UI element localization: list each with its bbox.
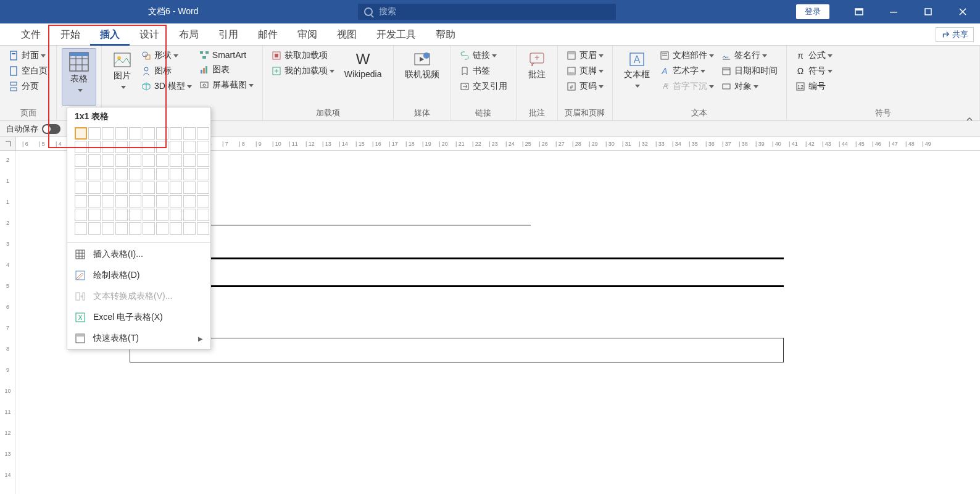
table-grid-cell[interactable]: [197, 141, 209, 153]
table-grid-cell[interactable]: [170, 127, 182, 140]
table-grid-cell[interactable]: [197, 222, 209, 235]
table-grid-cell[interactable]: [170, 195, 182, 207]
table-grid-cell[interactable]: [88, 209, 101, 221]
table-grid-cell[interactable]: [129, 222, 141, 235]
table-grid-cell[interactable]: [88, 141, 101, 153]
share-button[interactable]: 共享: [936, 27, 974, 42]
draw-table-item[interactable]: 绘制表格(D): [67, 265, 210, 286]
table-grid-cell[interactable]: [102, 209, 114, 221]
table-grid-cell[interactable]: [183, 127, 196, 140]
comment-button[interactable]: + 批注: [521, 48, 552, 106]
table-grid-cell[interactable]: [170, 141, 182, 153]
table-grid-cell[interactable]: [183, 195, 196, 207]
table-grid-cell[interactable]: [88, 127, 101, 140]
table-grid-cell[interactable]: [75, 182, 87, 194]
table-grid-cell[interactable]: [75, 195, 87, 207]
table-grid-cell[interactable]: [88, 222, 101, 235]
cover-page-button[interactable]: 封面: [5, 48, 51, 63]
table-grid-cell[interactable]: [156, 127, 168, 140]
tab-references[interactable]: 引用: [209, 23, 248, 46]
tab-home[interactable]: 开始: [51, 23, 90, 46]
header-button[interactable]: 页眉: [563, 48, 607, 63]
vertical-ruler[interactable]: 211234567891011121314: [0, 151, 16, 494]
ruler-corner[interactable]: [0, 137, 16, 150]
table-button[interactable]: 表格: [62, 48, 96, 106]
table-grid-cell[interactable]: [143, 168, 155, 180]
datetime-button[interactable]: 日期和时间: [718, 64, 781, 78]
table-grid-cell[interactable]: [102, 154, 114, 167]
table-grid-cell[interactable]: [115, 209, 128, 221]
close-button[interactable]: [945, 0, 980, 23]
online-video-button[interactable]: 联机视频: [399, 48, 446, 106]
pictures-button[interactable]: 图片: [107, 48, 138, 106]
table-grid-cell[interactable]: [197, 168, 209, 180]
tab-file[interactable]: 文件: [11, 23, 51, 46]
crossref-button[interactable]: 交叉引用: [456, 79, 511, 94]
search-box[interactable]: 搜索: [358, 4, 616, 20]
tab-mailings[interactable]: 邮件: [248, 23, 288, 46]
table-grid-cell[interactable]: [183, 182, 196, 194]
tab-review[interactable]: 审阅: [288, 23, 327, 46]
wordart-button[interactable]: A艺术字: [656, 64, 718, 78]
table-grid-cell[interactable]: [143, 209, 155, 221]
table-grid-cell[interactable]: [102, 182, 114, 194]
dropcap-button[interactable]: A首字下沉: [656, 79, 718, 94]
chart-button[interactable]: 图表: [196, 62, 257, 77]
number-button[interactable]: 12编号: [792, 79, 836, 94]
table-grid-cell[interactable]: [102, 127, 114, 140]
table-grid-cell[interactable]: [183, 168, 196, 180]
shapes-button[interactable]: 形状: [138, 48, 196, 63]
collapse-ribbon-button[interactable]: [965, 115, 974, 125]
table-grid-cell[interactable]: [143, 154, 155, 167]
table-grid-cell[interactable]: [115, 127, 128, 140]
autosave-toggle[interactable]: [42, 124, 60, 134]
table-grid-cell[interactable]: [170, 222, 182, 235]
signature-button[interactable]: 签名行: [718, 48, 781, 63]
table-grid-cell[interactable]: [183, 154, 196, 167]
table-grid-cell[interactable]: [102, 222, 114, 235]
table-grid-cell[interactable]: [143, 182, 155, 194]
table-grid-cell[interactable]: [170, 168, 182, 180]
table-grid-cell[interactable]: [102, 195, 114, 207]
table-grid-cell[interactable]: [156, 168, 168, 180]
insert-table-item[interactable]: 插入表格(I)...: [67, 244, 210, 265]
table-grid-cell[interactable]: [197, 127, 209, 140]
table-grid-cell[interactable]: [143, 127, 155, 140]
smartart-button[interactable]: SmartArt: [196, 48, 257, 62]
table-grid-cell[interactable]: [75, 127, 87, 140]
screenshot-button[interactable]: 屏幕截图: [196, 78, 257, 93]
table-grid-cell[interactable]: [88, 154, 101, 167]
table-grid-cell[interactable]: [156, 195, 168, 207]
quickparts-button[interactable]: 文档部件: [656, 48, 718, 63]
tab-view[interactable]: 视图: [327, 23, 367, 46]
table-size-grid[interactable]: [67, 125, 210, 241]
table-grid-cell[interactable]: [143, 195, 155, 207]
table-grid-cell[interactable]: [183, 222, 196, 235]
table-grid-cell[interactable]: [129, 154, 141, 167]
table-grid-cell[interactable]: [156, 222, 168, 235]
table-grid-cell[interactable]: [129, 168, 141, 180]
table-grid-cell[interactable]: [197, 195, 209, 207]
wikipedia-button[interactable]: W Wikipedia: [338, 48, 388, 106]
table-grid-cell[interactable]: [183, 141, 196, 153]
table-grid-cell[interactable]: [115, 154, 128, 167]
table-grid-cell[interactable]: [183, 209, 196, 221]
table-grid-cell[interactable]: [156, 141, 168, 153]
link-button[interactable]: 链接: [456, 48, 511, 63]
table-grid-cell[interactable]: [129, 127, 141, 140]
textbox-button[interactable]: A 文本框: [618, 48, 656, 106]
table-grid-cell[interactable]: [75, 168, 87, 180]
table-grid-cell[interactable]: [156, 209, 168, 221]
table-grid-cell[interactable]: [115, 182, 128, 194]
table-grid-cell[interactable]: [170, 154, 182, 167]
page-break-button[interactable]: 分页: [5, 79, 51, 94]
table-grid-cell[interactable]: [143, 222, 155, 235]
table-grid-cell[interactable]: [129, 141, 141, 153]
table-grid-cell[interactable]: [129, 182, 141, 194]
my-addins-button[interactable]: 我的加载项: [268, 64, 338, 78]
table-grid-cell[interactable]: [129, 195, 141, 207]
table-grid-cell[interactable]: [197, 182, 209, 194]
table-grid-cell[interactable]: [156, 154, 168, 167]
table-grid-cell[interactable]: [75, 222, 87, 235]
table-grid-cell[interactable]: [115, 168, 128, 180]
